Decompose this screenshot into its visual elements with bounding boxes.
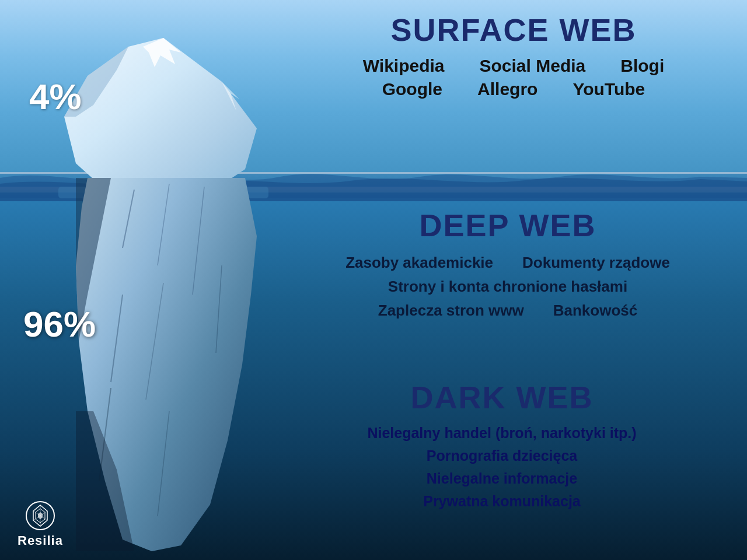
deep-web-items: Zasoby akademickie Dokumenty rządowe Str…: [280, 254, 735, 320]
surface-row-1: Wikipedia Social Media Blogi: [292, 56, 735, 76]
deep-item-strony: Strony i konta chronione hasłami: [388, 278, 627, 296]
dark-item-3: Prywatna komunikacja: [268, 493, 735, 510]
surface-percentage: 4%: [29, 76, 82, 117]
iceberg-above: [58, 35, 268, 198]
deep-percentage: 96%: [23, 303, 96, 345]
deep-item-dokumenty: Dokumenty rządowe: [522, 254, 670, 272]
surface-item-social-media: Social Media: [480, 56, 586, 76]
surface-web-title: SURFACE WEB: [292, 12, 735, 48]
surface-web-items: Wikipedia Social Media Blogi Google Alle…: [292, 56, 735, 99]
surface-item-blogi: Blogi: [620, 56, 664, 76]
deep-web-title: DEEP WEB: [280, 207, 735, 243]
surface-item-allegro: Allegro: [477, 79, 537, 99]
dark-item-0: Nielegalny handel (broń, narkotyki itp.): [268, 425, 735, 442]
deep-row-3: Zaplecza stron www Bankowość: [280, 302, 735, 320]
surface-item-youtube: YouTube: [573, 79, 645, 99]
deep-web-section: DEEP WEB Zasoby akademickie Dokumenty rz…: [280, 207, 735, 320]
surface-row-2: Google Allegro YouTube: [292, 79, 735, 99]
deep-item-zaplecza: Zaplecza stron www: [378, 302, 524, 320]
iceberg-below: [76, 178, 257, 551]
svg-marker-0: [64, 38, 257, 195]
dark-web-section: DARK WEB Nielegalny handel (broń, narkot…: [268, 379, 735, 510]
deep-item-bankowosc: Bankowość: [553, 302, 638, 320]
deep-row-1: Zasoby akademickie Dokumenty rządowe: [280, 254, 735, 272]
dark-item-2: Nielegalne informacje: [268, 470, 735, 487]
logo-area: Resilia: [18, 501, 63, 548]
deep-row-2: Strony i konta chronione hasłami: [280, 278, 735, 296]
dark-web-title: DARK WEB: [268, 379, 735, 415]
logo-text: Resilia: [18, 533, 63, 548]
dark-web-items: Nielegalny handel (broń, narkotyki itp.)…: [268, 425, 735, 510]
surface-item-wikipedia: Wikipedia: [363, 56, 445, 76]
deep-item-zasoby: Zasoby akademickie: [345, 254, 493, 272]
resilia-logo-icon: [25, 501, 55, 531]
surface-item-google: Google: [382, 79, 442, 99]
dark-item-1: Pornografia dziecięca: [268, 447, 735, 464]
surface-web-section: SURFACE WEB Wikipedia Social Media Blogi…: [292, 12, 735, 99]
